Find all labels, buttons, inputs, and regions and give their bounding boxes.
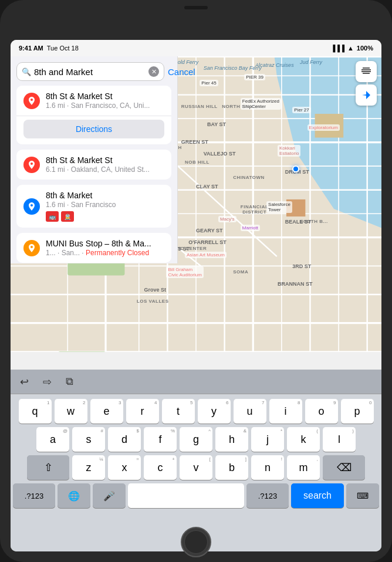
key-z[interactable]: ¼z bbox=[72, 455, 105, 480]
battery-icon: 100% bbox=[357, 45, 373, 52]
numbers-button-right[interactable]: .?123 bbox=[246, 483, 289, 508]
search-input-container[interactable]: 🔍 ✕ bbox=[16, 62, 164, 81]
result-text-1: 8th St & Market St 1.6 mi · San Francisc… bbox=[46, 92, 164, 110]
key-d[interactable]: $d bbox=[108, 427, 141, 452]
svg-rect-40 bbox=[361, 71, 371, 72]
key-row-2: @a #s $d %f ^g &h *j (k )l bbox=[13, 427, 379, 452]
key-row-4: .?123 🌐 🎤 .?123 search ⌨ bbox=[13, 483, 379, 508]
result-item-1[interactable]: 8th St & Market St 1.6 mi · San Francisc… bbox=[16, 86, 171, 144]
svg-rect-42 bbox=[363, 73, 370, 74]
transit-icons-3: 🚌 🚊 bbox=[46, 211, 164, 222]
key-f[interactable]: %f bbox=[144, 427, 177, 452]
result-row-2[interactable]: 8th St & Market St 6.1 mi · Oakland, CA,… bbox=[16, 150, 171, 180]
subtitle-text-4: 1... · San... · bbox=[46, 249, 86, 257]
undo-button[interactable]: ↩ bbox=[18, 373, 31, 391]
location-arrow-button[interactable] bbox=[356, 84, 377, 106]
screen: 9:41 AM Tue Oct 18 ▐▐▐ ▲ 100% bbox=[11, 40, 381, 551]
key-a[interactable]: @a bbox=[36, 427, 69, 452]
keyboard-area: ↩ ⇨ ⧉ 1q 2w 3e 4r 5t 6y 7u 8i 9o 0p bbox=[11, 370, 381, 551]
keyboard-rows: 1q 2w 3e 4r 5t 6y 7u 8i 9o 0p @a #s $d %… bbox=[11, 394, 381, 510]
svg-rect-34 bbox=[58, 351, 106, 352]
result-item-3[interactable]: 8th & Market 1.6 mi · San Francisco 🚌 🚊 bbox=[16, 185, 171, 228]
key-l[interactable]: )l bbox=[323, 427, 356, 452]
search-return-button[interactable]: search bbox=[291, 483, 344, 508]
status-date: Tue Oct 18 bbox=[47, 45, 79, 52]
search-bar-row: 🔍 ✕ Cancel bbox=[11, 56, 177, 86]
redo-button[interactable]: ⇨ bbox=[40, 373, 54, 391]
map-layers-button[interactable] bbox=[356, 61, 377, 82]
key-g[interactable]: ^g bbox=[180, 427, 212, 452]
result-row-1[interactable]: 8th St & Market St 1.6 mi · San Francisc… bbox=[16, 86, 171, 116]
key-m[interactable]: ,m bbox=[287, 455, 320, 480]
search-input[interactable] bbox=[34, 67, 146, 77]
key-row-1: 1q 2w 3e 4r 5t 6y 7u 8i 9o 0p bbox=[13, 399, 379, 424]
result-text-2: 8th St & Market St 6.1 mi · Oakland, CA,… bbox=[46, 155, 164, 174]
result-text-3: 8th & Market 1.6 mi · San Francisco 🚌 🚊 bbox=[46, 191, 164, 222]
key-k[interactable]: (k bbox=[287, 427, 320, 452]
numbers-button-left[interactable]: .?123 bbox=[13, 483, 55, 508]
result-row-4[interactable]: MUNI Bus Stop – 8th & Ma... 1... · San..… bbox=[16, 233, 171, 263]
directions-btn-container-1: Directions bbox=[16, 116, 171, 144]
result-item-2[interactable]: 8th St & Market St 6.1 mi · Oakland, CA,… bbox=[16, 150, 171, 180]
result-subtitle-1: 1.6 mi · San Francisco, CA, Uni... bbox=[46, 101, 164, 110]
result-subtitle-2: 6.1 mi · Oakland, CA, United St... bbox=[46, 165, 164, 174]
key-y[interactable]: 6y bbox=[198, 399, 231, 424]
key-row-3: ⇧ ¼z =x +c [v ]b !n ,m ⌫ bbox=[13, 455, 379, 480]
svg-rect-39 bbox=[361, 69, 371, 70]
result-title-4: MUNI Bus Stop – 8th & Ma... bbox=[46, 239, 164, 248]
device-frame: 9:41 AM Tue Oct 18 ▐▐▐ ▲ 100% bbox=[0, 0, 392, 562]
pin-red-icon-1 bbox=[23, 93, 40, 109]
directions-button-1[interactable]: Directions bbox=[23, 120, 164, 138]
key-c[interactable]: +c bbox=[144, 455, 177, 480]
status-bar: 9:41 AM Tue Oct 18 ▐▐▐ ▲ 100% bbox=[11, 40, 381, 56]
key-q[interactable]: 1q bbox=[19, 399, 52, 424]
permanently-closed-label: Permanently Closed bbox=[86, 249, 149, 257]
home-button-inner bbox=[184, 530, 208, 554]
notch bbox=[184, 6, 208, 9]
delete-button[interactable]: ⌫ bbox=[323, 455, 365, 480]
hide-keyboard-button[interactable]: ⌨ bbox=[346, 483, 379, 508]
key-v[interactable]: [v bbox=[180, 455, 212, 480]
search-panel: 🔍 ✕ Cancel 8th St & bbox=[11, 56, 178, 263]
key-r[interactable]: 4r bbox=[126, 399, 159, 424]
svg-rect-37 bbox=[315, 114, 344, 138]
spacebar[interactable] bbox=[128, 483, 244, 508]
key-j[interactable]: *j bbox=[251, 427, 284, 452]
key-i[interactable]: 8i bbox=[269, 399, 302, 424]
map-controls bbox=[356, 61, 377, 106]
wifi-icon: ▲ bbox=[347, 45, 354, 52]
result-subtitle-4: 1... · San... · Permanently Closed bbox=[46, 249, 164, 257]
status-right: ▐▐▐ ▲ 100% bbox=[331, 45, 373, 52]
microphone-button[interactable]: 🎤 bbox=[93, 483, 126, 508]
transit-train-icon: 🚊 bbox=[61, 211, 74, 222]
key-p[interactable]: 0p bbox=[341, 399, 374, 424]
shift-button[interactable]: ⇧ bbox=[27, 455, 69, 480]
key-t[interactable]: 5t bbox=[162, 399, 195, 424]
result-row-3[interactable]: 8th & Market 1.6 mi · San Francisco 🚌 🚊 bbox=[16, 185, 171, 228]
clear-input-button[interactable]: ✕ bbox=[148, 66, 159, 77]
paste-button[interactable]: ⧉ bbox=[63, 373, 76, 390]
globe-button[interactable]: 🌐 bbox=[58, 483, 90, 508]
cancel-button[interactable]: Cancel bbox=[168, 67, 195, 77]
key-b[interactable]: ]b bbox=[215, 455, 248, 480]
key-n[interactable]: !n bbox=[251, 455, 284, 480]
key-o[interactable]: 9o bbox=[305, 399, 338, 424]
pin-blue-icon-3 bbox=[23, 198, 40, 215]
key-e[interactable]: 3e bbox=[90, 399, 123, 424]
svg-rect-41 bbox=[363, 67, 370, 69]
key-w[interactable]: 2w bbox=[55, 399, 87, 424]
key-u[interactable]: 7u bbox=[234, 399, 266, 424]
status-time: 9:41 AM bbox=[19, 45, 43, 52]
keyboard-toolbar: ↩ ⇨ ⧉ bbox=[11, 370, 381, 394]
key-s[interactable]: #s bbox=[72, 427, 105, 452]
key-h[interactable]: &h bbox=[215, 427, 248, 452]
result-subtitle-3: 1.6 mi · San Francisco bbox=[46, 201, 164, 209]
pin-orange-icon-4 bbox=[23, 240, 40, 256]
search-magnifier-icon: 🔍 bbox=[22, 67, 31, 76]
svg-rect-38 bbox=[286, 199, 305, 216]
home-button[interactable] bbox=[181, 527, 211, 557]
result-item-4[interactable]: MUNI Bus Stop – 8th & Ma... 1... · San..… bbox=[16, 233, 171, 263]
signal-bars-icon: ▐▐▐ bbox=[331, 45, 344, 52]
result-title-2: 8th St & Market St bbox=[46, 155, 164, 165]
key-x[interactable]: =x bbox=[108, 455, 141, 480]
